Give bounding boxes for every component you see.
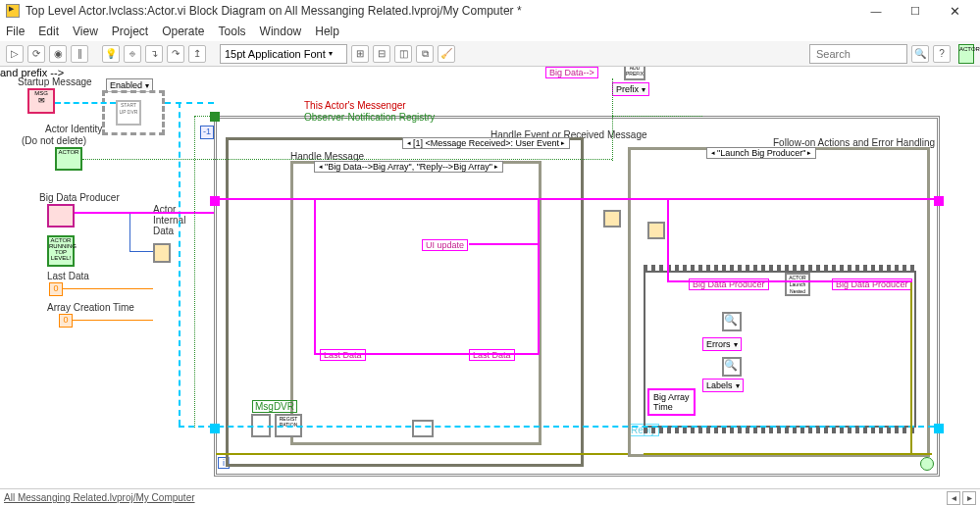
- array-creation-time-label: Array Creation Time: [47, 302, 134, 313]
- wire-cyan-2: [165, 102, 214, 104]
- big-array-constant[interactable]: Big Array Time: [647, 388, 696, 416]
- last-data-node-2[interactable]: Last Data: [469, 349, 515, 361]
- actor-icon: ACTOR: [958, 44, 974, 64]
- wire-olive-2: [644, 453, 932, 455]
- step-over-button[interactable]: ↷: [167, 45, 184, 63]
- big-data-producer-label: Big Data Producer: [39, 192, 120, 203]
- ui-update-text[interactable]: UI update: [422, 239, 468, 251]
- wire-pink-5: [538, 198, 540, 355]
- wire-cyan-3: [179, 102, 181, 426]
- wire-pink-9: [667, 280, 912, 282]
- startup-message-label: Startup Message: [18, 76, 92, 87]
- menu-edit[interactable]: Edit: [38, 25, 59, 38]
- open-fp-icon[interactable]: 🔍: [722, 357, 742, 377]
- abort-button[interactable]: ◉: [49, 45, 67, 63]
- resize-button[interactable]: ◫: [394, 45, 412, 63]
- align-button[interactable]: ⊞: [351, 45, 369, 63]
- launch-nested-actor-node[interactable]: ACTOR Launch Nested: [785, 273, 810, 296]
- menu-project[interactable]: Project: [112, 25, 148, 38]
- pause-button[interactable]: ‖: [71, 45, 88, 63]
- message-case-selector[interactable]: "Big Data-->Big Array", "Reply-->Big Arr…: [314, 161, 503, 173]
- distribute-button[interactable]: ⊟: [373, 45, 390, 63]
- toolbar: ▷ ⟳ ◉ ‖ 💡 ⎆ ↴ ↷ ↥ 15pt Application Font …: [0, 41, 980, 67]
- wire-olive-1: [216, 453, 628, 455]
- startup-message-terminal[interactable]: MSG ✉: [27, 88, 55, 114]
- wire-pink-3: [314, 198, 316, 355]
- constant-neg1[interactable]: -1: [200, 126, 214, 139]
- unbundle-cluster-node[interactable]: [603, 210, 621, 228]
- last-data-node-1[interactable]: Last Data: [320, 349, 366, 361]
- actor-internal-data-label: Actor Internal Data: [153, 204, 185, 236]
- block-diagram-canvas[interactable]: Startup Message MSG ✉ Actor Identity (Do…: [0, 67, 980, 488]
- actor-identity-note: (Do not delete): [22, 135, 86, 146]
- font-selector[interactable]: 15pt Application Font: [220, 44, 347, 64]
- tunnel-green-left: [210, 112, 220, 122]
- actor-identity-label: Actor Identity: [45, 124, 102, 134]
- project-path[interactable]: All Messanging Related.lvproj/My Compute…: [4, 492, 195, 503]
- wire-pink-1: [75, 212, 214, 214]
- bundle-node[interactable]: [153, 243, 171, 263]
- wire-green-5: [194, 116, 218, 117]
- big-data-producer-terminal[interactable]: [47, 204, 75, 228]
- run-continuously-button[interactable]: ⟳: [27, 45, 45, 63]
- wire-orange-2: [73, 320, 153, 321]
- tunnel-cyan-right: [934, 424, 944, 433]
- menu-help[interactable]: Help: [315, 25, 339, 38]
- retain-wire-button[interactable]: ⎆: [124, 45, 141, 63]
- menu-tools[interactable]: Tools: [219, 25, 246, 38]
- diagram-disable-structure[interactable]: [102, 90, 165, 135]
- wire-cyan-4: [179, 426, 934, 428]
- last-data-label: Last Data: [47, 271, 89, 281]
- search-input[interactable]: [809, 44, 907, 64]
- msgdvr-label[interactable]: MsgDVR: [252, 400, 297, 413]
- shift-register-right: [934, 196, 944, 206]
- wire-olive-3: [910, 282, 912, 453]
- step-out-button[interactable]: ↥: [188, 45, 206, 63]
- messenger-label: This Actor's Messenger: [304, 100, 406, 111]
- search-icon[interactable]: 🔍: [911, 45, 929, 63]
- actor-running-top-level[interactable]: ACTOR RUNNING TOP LEVEL!: [47, 235, 75, 267]
- scroll-right-button[interactable]: ▸: [962, 491, 976, 505]
- actor-identity-terminal[interactable]: ACTOR: [55, 147, 82, 171]
- vi-icon: [6, 4, 20, 18]
- window-title: Top Level Actor.lvclass:Actor.vi Block D…: [26, 4, 856, 18]
- loop-stop-terminal[interactable]: [920, 457, 934, 471]
- menu-view[interactable]: View: [73, 25, 98, 38]
- wire-pink-8: [667, 198, 669, 280]
- status-bar: All Messanging Related.lvproj/My Compute…: [0, 488, 980, 506]
- last-data-terminal[interactable]: 0: [49, 282, 63, 296]
- cleanup-button[interactable]: 🧹: [438, 45, 455, 63]
- menu-operate[interactable]: Operate: [162, 25, 204, 38]
- observer-registry-label: Observer-Notification Registry: [304, 112, 435, 123]
- search-array-icon[interactable]: 🔍: [722, 312, 742, 331]
- maximize-button[interactable]: ☐: [896, 1, 935, 21]
- prefix-node[interactable]: Prefix: [612, 82, 649, 96]
- wire-cyan-1: [55, 102, 116, 104]
- labels-selector[interactable]: Labels: [702, 379, 744, 392]
- case-structure-message[interactable]: [290, 161, 542, 445]
- context-help-button[interactable]: ?: [933, 45, 951, 63]
- run-button[interactable]: ▷: [6, 45, 24, 63]
- scroll-left-button[interactable]: ◂: [947, 491, 960, 505]
- titlebar: Top Level Actor.lvclass:Actor.vi Block D…: [0, 0, 980, 22]
- highlight-button[interactable]: 💡: [102, 45, 120, 63]
- errors-selector[interactable]: Errors: [702, 337, 742, 351]
- msg-event-node[interactable]: [412, 420, 434, 437]
- wire-pink-4: [314, 353, 540, 355]
- menu-file[interactable]: File: [6, 25, 25, 38]
- wire-blue-2: [129, 214, 130, 251]
- bundle-cluster-node[interactable]: [647, 222, 665, 239]
- followon-case-selector[interactable]: "Launch Big Producer": [706, 147, 816, 159]
- wire-green-2: [612, 78, 613, 161]
- wire-green-4: [194, 116, 195, 428]
- array-creation-time-terminal[interactable]: 0: [59, 314, 73, 328]
- menu-window[interactable]: Window: [260, 25, 302, 38]
- add-prefix-node[interactable]: ADD PREFIX: [624, 67, 645, 80]
- wire-green-1: [82, 159, 612, 160]
- step-into-button[interactable]: ↴: [145, 45, 163, 63]
- minimize-button[interactable]: —: [856, 1, 896, 21]
- reorder-button[interactable]: ⧉: [416, 45, 434, 63]
- event-case-selector[interactable]: [1] <Message Received>: User Event: [402, 137, 570, 149]
- big-data-prefix-text[interactable]: Big Data-->: [545, 67, 598, 78]
- close-button[interactable]: ✕: [935, 1, 974, 21]
